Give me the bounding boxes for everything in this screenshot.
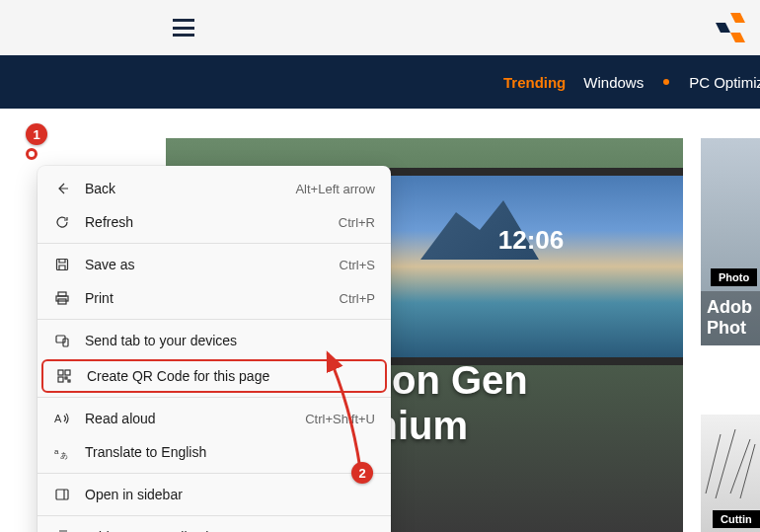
menu-label: Translate to English [85, 444, 375, 460]
nav-trending[interactable]: Trending [503, 74, 566, 91]
menu-item-qrcode[interactable]: Create QR Code for this page [41, 359, 387, 393]
collections-icon [53, 528, 71, 532]
menu-shortcut: Ctrl+S [340, 258, 375, 272]
svg-marker-2 [730, 33, 745, 42]
site-logo [711, 8, 750, 51]
svg-rect-15 [58, 377, 63, 382]
category-tag: Cuttin [713, 510, 760, 528]
hamburger-menu-icon[interactable] [173, 19, 194, 37]
menu-shortcut: Alt+Left arrow [295, 182, 375, 196]
menu-label: Refresh [85, 214, 339, 230]
svg-text:あ: あ [60, 451, 68, 460]
svg-marker-1 [716, 23, 730, 33]
qrcode-icon [55, 367, 73, 385]
menu-shortcut: Ctrl+Shift+U [305, 412, 375, 426]
laptop-clock: 12:06 [498, 225, 565, 256]
side-article-2[interactable]: Cuttin [701, 415, 760, 532]
menu-divider [38, 243, 391, 244]
nav-item-pcoptim[interactable]: PC Optimiz [689, 74, 760, 91]
site-header [0, 0, 760, 55]
menu-item-readaloud[interactable]: A Read aloud Ctrl+Shift+U [38, 402, 391, 435]
menu-divider [38, 397, 391, 398]
menu-item-print[interactable]: Print Ctrl+P [38, 281, 391, 315]
category-tag: Photo [711, 268, 757, 286]
context-menu: Back Alt+Left arrow Refresh Ctrl+R Save … [38, 166, 391, 532]
print-icon [53, 289, 71, 307]
menu-label: Print [85, 290, 340, 306]
sidebar-icon [53, 486, 71, 503]
save-icon [53, 256, 71, 273]
svg-rect-7 [57, 260, 68, 270]
menu-divider [38, 515, 391, 516]
svg-rect-14 [65, 370, 70, 375]
menu-item-back[interactable]: Back Alt+Left arrow [38, 172, 391, 205]
svg-rect-13 [58, 370, 63, 375]
menu-item-translate[interactable]: aあ Translate to English [38, 435, 391, 469]
devices-icon [53, 332, 71, 349]
annotation-marker-1: 1 [26, 123, 47, 145]
menu-shortcut: Ctrl+P [340, 291, 375, 306]
menu-label: Save as [85, 257, 340, 272]
menu-item-sendtab[interactable]: Send tab to your devices [38, 324, 391, 357]
menu-label: Send tab to your devices [85, 333, 375, 348]
svg-rect-17 [68, 380, 70, 382]
svg-line-3 [706, 434, 721, 494]
menu-item-collections[interactable]: Add page to Collections ▶ [38, 520, 391, 532]
arrow-left-icon [53, 180, 71, 197]
menu-divider [38, 319, 391, 320]
svg-rect-16 [65, 377, 67, 379]
nav-separator-dot [663, 79, 669, 85]
menu-label: Read aloud [85, 411, 305, 426]
svg-text:A: A [54, 413, 62, 424]
menu-label: Back [85, 181, 295, 196]
menu-item-refresh[interactable]: Refresh Ctrl+R [38, 205, 391, 239]
side-article-1[interactable]: Photo Adob Phot [701, 138, 760, 345]
svg-marker-0 [721, 13, 745, 23]
svg-rect-8 [58, 292, 66, 296]
menu-item-saveas[interactable]: Save as Ctrl+S [38, 248, 391, 281]
navbar: Trending Windows PC Optimiz [0, 55, 760, 109]
menu-label: Create QR Code for this page [87, 368, 373, 384]
nav-item-windows[interactable]: Windows [583, 74, 644, 91]
side-article-title: Adob Phot [701, 291, 760, 345]
menu-label: Open in sidebar [85, 487, 375, 502]
annotation-marker-2: 2 [351, 462, 373, 484]
annotation-ring [26, 148, 38, 160]
translate-icon: aあ [53, 443, 71, 461]
svg-line-5 [730, 439, 750, 494]
svg-line-6 [740, 444, 755, 498]
menu-shortcut: Ctrl+R [339, 215, 375, 230]
refresh-icon [53, 213, 71, 231]
read-aloud-icon: A [53, 410, 71, 427]
svg-text:a: a [54, 447, 59, 456]
svg-rect-21 [56, 490, 68, 499]
menu-item-sidebar[interactable]: Open in sidebar [38, 478, 391, 511]
menu-divider [38, 473, 391, 474]
